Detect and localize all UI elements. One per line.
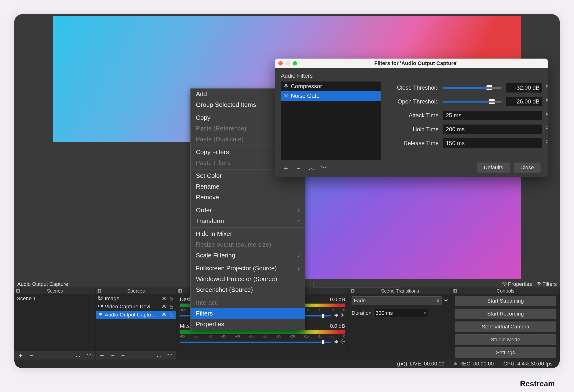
source-item[interactable]: Image [96,294,176,303]
menu-item-scale-filtering[interactable]: Scale Filtering› [191,250,305,261]
move-up-icon[interactable]: ︿ [156,352,162,359]
menu-item-resize-output-source-size-: Resize output (source size) [191,239,305,250]
menu-item-hide-in-mixer[interactable]: Hide in Mixer [191,229,305,239]
close-button[interactable]: Close [514,162,540,173]
close-threshold-input[interactable]: -32,00 dB ▴▾ [506,83,542,93]
settings-button[interactable]: Settings [455,347,556,358]
menu-item-label: Resize output (source size) [196,241,271,248]
move-up-icon[interactable]: ︿ [75,352,82,359]
zoom-window-icon[interactable] [293,61,297,65]
scenes-title: Scenes [47,288,63,294]
close-window-icon[interactable] [278,61,283,65]
menu-item-remove[interactable]: Remove [191,192,305,203]
filters-button[interactable]: Filters [537,281,557,287]
move-down-icon[interactable]: ﹀ [167,352,173,359]
filter-item[interactable]: Compressor [281,81,381,91]
eye-icon[interactable] [162,313,167,317]
hold-time-input[interactable]: 200 ms ▴▾ [443,124,542,134]
remove-icon[interactable]: － [109,352,116,359]
dialog-title: Filters for 'Audio Output Capture' [311,60,520,66]
menu-item-order[interactable]: Order› [191,205,305,216]
spinner-icon[interactable]: ▴▾ [546,111,548,116]
remove-icon[interactable]: － [295,163,302,173]
scenes-header: Scenes [14,288,96,294]
volume-slider[interactable] [180,342,331,343]
menu-item-transform[interactable]: Transform› [191,216,305,226]
spinner-icon[interactable]: ▴▾ [546,83,548,88]
chevron-updown-icon: ⇵ [437,299,440,303]
gear-icon[interactable] [444,298,449,303]
start-recording-button[interactable]: Start Recording [455,309,556,319]
scene-item[interactable]: Scene 1 [14,294,95,303]
start-virtual-camera-button[interactable]: Start Virtual Camera [455,321,556,332]
spinner-icon[interactable]: ▴▾ [546,139,548,144]
add-icon[interactable]: ＋ [282,163,289,173]
release-time-input[interactable]: 150 ms ▴▾ [443,138,542,148]
dialog-titlebar[interactable]: Filters for 'Audio Output Capture' [275,59,548,68]
eye-icon[interactable] [162,304,167,309]
undock-icon[interactable] [350,289,354,294]
transition-select[interactable]: Fade ⇵ [351,296,442,305]
spinner-icon[interactable]: ⇵ [423,311,426,315]
menu-item-filters[interactable]: Filters [191,308,305,319]
selected-source-name: Audio Output Capture [17,281,120,287]
undock-icon[interactable] [453,289,457,294]
spinner-icon[interactable]: ▴▾ [546,125,548,130]
attack-time-input[interactable]: 25 ms ▴▾ [443,111,542,120]
minimize-window-icon[interactable] [286,61,290,65]
menu-item-fullscreen-projector-source-[interactable]: Fullscreen Projector (Source)› [191,263,305,274]
move-up-icon[interactable]: ︿ [308,163,315,173]
chevron-right-icon: › [298,207,300,214]
menu-item-properties[interactable]: Properties [191,319,305,330]
menu-item-label: Screenshot (Source) [196,286,253,294]
sources-title: Sources [127,288,145,294]
defaults-button[interactable]: Defaults [477,162,510,173]
duration-input[interactable]: 300 ms ⇵ [373,309,428,317]
eye-icon[interactable] [284,93,288,99]
open-threshold-input[interactable]: -26,00 dB ▴▾ [506,97,542,106]
lock-icon[interactable] [169,296,174,301]
menu-separator [191,262,305,262]
add-icon[interactable]: ＋ [99,352,105,359]
properties-button[interactable]: Properties [502,281,532,287]
spinner-icon[interactable]: ▴▾ [546,97,548,102]
menu-item-rename[interactable]: Rename [191,181,305,192]
svg-point-27 [286,85,287,87]
studio-mode-button[interactable]: Studio Mode [455,334,556,345]
menu-item-windowed-projector-source-[interactable]: Windowed Projector (Source) [191,274,305,284]
filter-list[interactable]: Compressor Noise Gate [281,81,381,160]
filter-item[interactable]: Noise Gate [281,91,381,101]
gear-icon[interactable] [340,339,345,345]
source-item[interactable]: Video Capture Devi… [96,303,176,311]
scenes-list[interactable]: Scene 1 [14,294,95,351]
chevron-right-icon: › [298,265,300,272]
source-select-dropdown[interactable] [313,281,399,288]
add-icon[interactable]: ＋ [17,352,24,359]
open-threshold-slider[interactable] [443,101,502,102]
source-name: Image [105,295,160,302]
lock-icon[interactable] [169,304,174,309]
release-time-row: Release Time 150 ms ▴▾ [391,138,542,148]
sources-list[interactable]: Image Video Capture Devi… Audio Output C… [96,294,176,351]
speaker-icon[interactable] [334,339,339,345]
source-item[interactable]: Audio Output Captu… [96,311,176,319]
speaker-icon[interactable] [334,313,339,319]
gear-icon[interactable] [340,313,345,319]
remove-icon[interactable]: － [28,352,35,359]
menu-item-label: Paste (Reference) [196,125,246,132]
eye-icon[interactable] [162,296,167,301]
undock-icon[interactable] [16,289,20,294]
scenes-panel: Scene 1 ＋ － ︿ ﹀ [14,294,96,359]
move-down-icon[interactable]: ﹀ [86,352,93,359]
menu-item-screenshot-source-[interactable]: Screenshot (Source) [191,284,305,295]
undock-icon[interactable] [178,289,182,294]
gear-icon[interactable] [121,353,125,358]
close-threshold-slider[interactable] [443,87,502,89]
lock-icon[interactable] [169,313,174,317]
speaker-icon [98,312,103,318]
undock-icon[interactable] [97,289,102,294]
eye-icon[interactable] [284,83,288,90]
move-down-icon[interactable]: ﹀ [321,163,328,173]
start-streaming-button[interactable]: Start Streaming [455,296,556,306]
menu-item-label: Add [196,90,207,98]
